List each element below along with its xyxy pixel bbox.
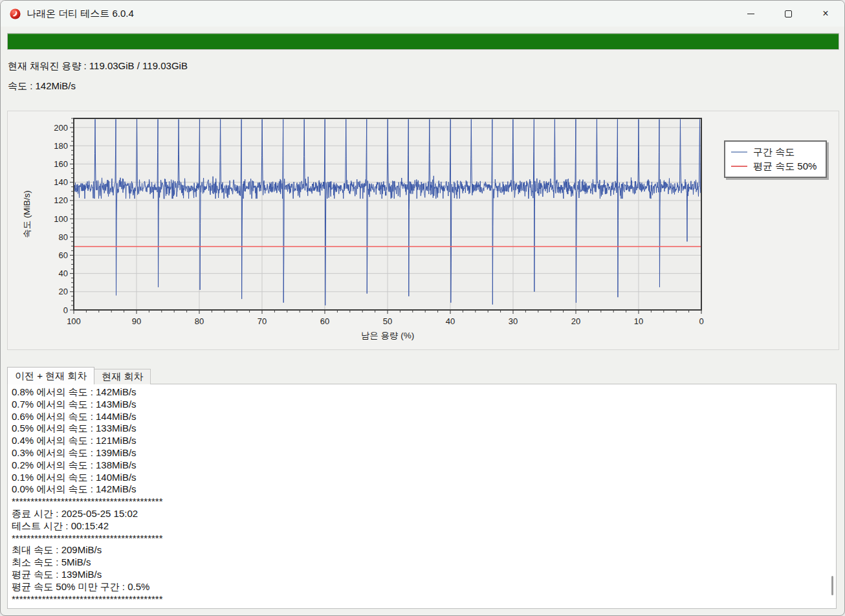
svg-text:20: 20 <box>571 316 580 326</box>
log-line: 0.7% 에서의 속도 : 143MiB/s <box>12 399 836 411</box>
chart-legend: 구간 속도평균 속도 50% <box>724 140 827 178</box>
minimize-button[interactable] <box>732 1 769 27</box>
log-line: 0.5% 에서의 속도 : 133MiB/s <box>12 423 836 435</box>
maximize-icon <box>785 10 792 17</box>
log-line: 테스트 시간 : 00:15:42 <box>12 520 836 533</box>
filled-capacity-label: 현재 채워진 용량 : 119.03GiB / 119.03GiB <box>8 60 188 72</box>
speed-label: 속도 : 142MiB/s <box>8 80 76 93</box>
log-line: 종료 시간 : 2025-05-25 15:02 <box>12 508 836 520</box>
svg-text:100: 100 <box>54 214 68 224</box>
log-line: 0.4% 에서의 속도 : 121MiB/s <box>12 435 836 447</box>
svg-text:80: 80 <box>195 316 204 326</box>
app-window: 나래온 더티 테스트 6.0.4 × 현재 채워진 용량 : 119.03GiB… <box>0 0 845 616</box>
svg-text:20: 20 <box>59 287 68 296</box>
close-button[interactable]: × <box>807 1 844 27</box>
svg-text:100: 100 <box>67 316 81 326</box>
svg-text:80: 80 <box>59 232 68 242</box>
svg-text:90: 90 <box>132 316 141 326</box>
legend-item: 평균 속도 50% <box>731 159 817 173</box>
svg-text:70: 70 <box>258 316 267 326</box>
log-panel[interactable]: 0.8% 에서의 속도 : 142MiB/s0.7% 에서의 속도 : 143M… <box>7 384 837 609</box>
svg-text:10: 10 <box>634 316 643 326</box>
log-line: 0.3% 에서의 속도 : 139MiB/s <box>12 447 836 459</box>
minimize-icon <box>747 14 754 14</box>
svg-text:남은 용량 (%): 남은 용량 (%) <box>361 331 415 340</box>
app-icon <box>10 8 21 19</box>
progress-fill <box>8 34 839 49</box>
log-line: 0.6% 에서의 속도 : 144MiB/s <box>12 411 836 423</box>
tab-current[interactable]: 현재 회차 <box>94 369 151 384</box>
legend-label: 평균 속도 50% <box>753 160 817 173</box>
maximize-button[interactable] <box>769 1 807 27</box>
log-line: 최대 속도 : 209MiB/s <box>12 544 836 556</box>
log-line: **************************************** <box>12 496 836 508</box>
legend-line-swatch <box>731 151 747 153</box>
window-controls: × <box>732 1 844 27</box>
tab-previous-plus-current[interactable]: 이전 + 현재 회차 <box>7 367 94 384</box>
svg-text:200: 200 <box>54 123 68 133</box>
log-output: 0.8% 에서의 속도 : 142MiB/s0.7% 에서의 속도 : 143M… <box>8 384 836 605</box>
svg-text:속도 (MiB/s): 속도 (MiB/s) <box>22 190 32 238</box>
log-line: 최소 속도 : 5MiB/s <box>12 556 836 569</box>
log-line: **************************************** <box>12 533 836 545</box>
progress-bar <box>7 33 839 50</box>
svg-text:60: 60 <box>320 316 329 326</box>
log-line: 0.8% 에서의 속도 : 142MiB/s <box>12 386 836 399</box>
window-title: 나래온 더티 테스트 6.0.4 <box>27 8 134 20</box>
log-scrollbar-thumb[interactable] <box>831 576 833 595</box>
legend-line-swatch <box>731 166 747 167</box>
svg-text:30: 30 <box>509 316 518 326</box>
log-line: 0.2% 에서의 속도 : 138MiB/s <box>12 459 836 472</box>
chart-panel: 1009080706050403020100020406080100120140… <box>7 111 839 350</box>
log-tabs: 이전 + 현재 회차 현재 회차 <box>7 367 151 384</box>
legend-item: 구간 속도 <box>731 145 817 159</box>
log-line: 평균 속도 : 139MiB/s <box>12 569 836 581</box>
legend-label: 구간 속도 <box>753 146 795 159</box>
svg-text:120: 120 <box>54 195 68 205</box>
svg-text:0: 0 <box>63 305 68 315</box>
speed-chart-svg: 1009080706050403020100020406080100120140… <box>8 111 840 349</box>
svg-text:0: 0 <box>699 316 703 326</box>
svg-text:180: 180 <box>54 141 68 151</box>
svg-text:160: 160 <box>54 159 68 169</box>
log-line: 0.0% 에서의 속도 : 142MiB/s <box>12 483 836 496</box>
log-line: 평균 속도 50% 미만 구간 : 0.5% <box>12 581 836 593</box>
titlebar: 나래온 더티 테스트 6.0.4 × <box>1 1 844 27</box>
svg-text:140: 140 <box>54 177 68 187</box>
svg-text:50: 50 <box>383 316 392 326</box>
close-icon: × <box>822 8 828 19</box>
log-line: 0.1% 에서의 속도 : 140MiB/s <box>12 472 836 484</box>
svg-text:40: 40 <box>59 269 68 278</box>
svg-text:60: 60 <box>59 250 68 260</box>
log-line: **************************************** <box>12 593 836 606</box>
svg-text:40: 40 <box>446 316 455 326</box>
